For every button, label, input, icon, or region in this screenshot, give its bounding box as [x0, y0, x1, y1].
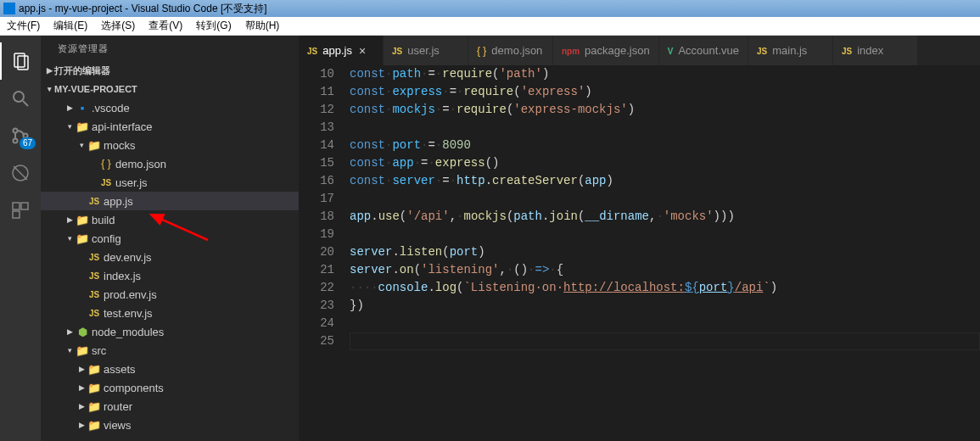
- file-label: components: [104, 382, 164, 394]
- tree-item-test-env-js[interactable]: JStest.env.js: [41, 304, 299, 322]
- twist-icon: ▾: [64, 234, 75, 243]
- file-label: dev.env.js: [104, 251, 152, 264]
- file-label: router: [104, 400, 132, 413]
- file-icon: ▪: [75, 102, 90, 114]
- twist-icon: ▶: [64, 215, 75, 224]
- menu-file[interactable]: 文件(F): [7, 19, 40, 33]
- editor: JSapp.js×JSuser.js{ }demo.jsonnpmpackage…: [299, 36, 980, 441]
- twist-icon: ▶: [76, 365, 87, 373]
- close-icon[interactable]: ×: [359, 44, 366, 58]
- tree-item-demo-json[interactable]: { }demo.json: [41, 154, 299, 173]
- activity-scm[interactable]: 67: [0, 117, 41, 154]
- file-label: config: [92, 232, 121, 245]
- menu-select[interactable]: 选择(S): [101, 19, 135, 33]
- tree-item-src[interactable]: ▾📁src: [41, 341, 299, 360]
- twist-icon: ▶: [76, 402, 87, 410]
- file-label: demo.json: [115, 158, 166, 170]
- svg-line-8: [14, 166, 27, 180]
- file-icon: 📁: [87, 419, 102, 432]
- file-icon: JS: [87, 197, 102, 206]
- tree-item-prod-env-js[interactable]: JSprod.env.js: [41, 285, 299, 304]
- file-icon: 📁: [75, 344, 90, 357]
- tree-item-app-js[interactable]: JSapp.js: [41, 192, 299, 210]
- code-area[interactable]: 10111213141516171819202122232425 const·p…: [299, 65, 980, 441]
- activity-search[interactable]: [0, 80, 41, 117]
- tree-item-api-interface[interactable]: ▾📁api-interface: [41, 117, 299, 136]
- vscode-icon: [3, 3, 15, 14]
- tree-item-config[interactable]: ▾📁config: [41, 229, 299, 248]
- tree-item-mocks[interactable]: ▾📁mocks: [41, 136, 299, 154]
- file-label: api-interface: [92, 120, 153, 133]
- chevron-down-icon: ▾: [44, 85, 54, 93]
- file-icon: JS: [87, 253, 102, 262]
- twist-icon: ▶: [76, 383, 87, 392]
- sidebar: 资源管理器 ▶ 打开的编辑器 ▾ MY-VUE-PROJECT ▶▪.vscod…: [41, 36, 299, 441]
- menu-edit[interactable]: 编辑(E): [53, 19, 87, 33]
- twist-icon: ▶: [64, 327, 75, 336]
- file-label: mocks: [104, 139, 136, 152]
- file-tree: ▶▪.vscode▾📁api-interface▾📁mocks{ }demo.j…: [41, 98, 299, 434]
- activity-extensions[interactable]: [0, 192, 41, 229]
- file-label: user.js: [115, 176, 148, 189]
- file-label: .vscode: [92, 102, 130, 114]
- file-icon: 📁: [87, 363, 102, 376]
- tab-icon: JS: [307, 44, 317, 57]
- file-icon: JS: [87, 290, 102, 299]
- tree-item-build[interactable]: ▶📁build: [41, 210, 299, 229]
- menu-goto[interactable]: 转到(G): [196, 19, 231, 33]
- file-icon: { }: [98, 158, 114, 170]
- tree-item-assets[interactable]: ▶📁assets: [41, 360, 299, 378]
- file-label: views: [104, 419, 132, 432]
- tab-label: app.js: [322, 44, 352, 57]
- scm-badge: 67: [20, 137, 36, 149]
- tab-label: user.js: [407, 44, 440, 57]
- tab-app-js[interactable]: JSapp.js×: [299, 36, 384, 65]
- file-label: app.js: [104, 195, 133, 208]
- tab-package-json[interactable]: npmpackage.json: [553, 36, 659, 65]
- file-icon: 📁: [75, 214, 90, 226]
- tab-user-js[interactable]: JSuser.js: [384, 36, 468, 65]
- twist-icon: ▾: [76, 141, 87, 149]
- section-project[interactable]: ▾ MY-VUE-PROJECT: [41, 80, 299, 98]
- activity-debug[interactable]: [0, 154, 41, 192]
- section-open-editors[interactable]: ▶ 打开的编辑器: [41, 61, 299, 80]
- tree-item-dev-env-js[interactable]: JSdev.env.js: [41, 248, 299, 266]
- tab-index[interactable]: JSindex: [833, 36, 918, 65]
- twist-icon: ▶: [64, 103, 75, 112]
- file-icon: ⬢: [75, 326, 90, 338]
- file-icon: 📁: [75, 120, 90, 133]
- tree-item-user-js[interactable]: JSuser.js: [41, 173, 299, 192]
- file-label: build: [92, 214, 115, 226]
- svg-point-4: [14, 129, 18, 133]
- tree-item-router[interactable]: ▶📁router: [41, 397, 299, 416]
- svg-point-2: [14, 92, 24, 102]
- twist-icon: ▶: [76, 421, 87, 429]
- tab-icon: { }: [477, 44, 486, 57]
- activity-explorer[interactable]: [0, 42, 41, 80]
- twist-icon: ▾: [64, 346, 75, 354]
- svg-point-5: [14, 139, 18, 143]
- tab-label: main.js: [772, 44, 807, 57]
- tab-main-js[interactable]: JSmain.js: [748, 36, 833, 65]
- tab-label: index: [857, 44, 883, 57]
- window-title: app.js - my-vue-project - Visual Studio …: [19, 2, 267, 16]
- tree-item-views[interactable]: ▶📁views: [41, 416, 299, 434]
- svg-rect-11: [13, 211, 20, 218]
- file-icon: 📁: [87, 382, 102, 394]
- tab-demo-json[interactable]: { }demo.json: [468, 36, 553, 65]
- tab-icon: JS: [757, 44, 767, 57]
- tab-account-vue[interactable]: VAccount.vue: [659, 36, 748, 65]
- tree-item--vscode[interactable]: ▶▪.vscode: [41, 98, 299, 117]
- menu-view[interactable]: 查看(V): [148, 19, 182, 33]
- tree-item-index-js[interactable]: JSindex.js: [41, 266, 299, 285]
- code-lines[interactable]: const·path·=·require('path')const·expres…: [350, 65, 980, 441]
- tab-label: demo.json: [491, 44, 542, 57]
- sidebar-title: 资源管理器: [41, 36, 299, 61]
- file-label: assets: [104, 363, 136, 376]
- tab-icon: V: [668, 44, 674, 57]
- chevron-right-icon: ▶: [44, 66, 54, 75]
- tree-item-node-modules[interactable]: ▶⬢node_modules: [41, 322, 299, 341]
- menu-help[interactable]: 帮助(H): [245, 19, 280, 33]
- tree-item-components[interactable]: ▶📁components: [41, 378, 299, 397]
- tab-icon: JS: [392, 44, 402, 57]
